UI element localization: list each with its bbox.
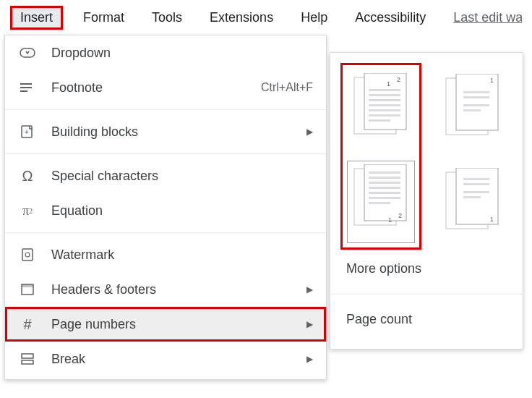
svg-text:1: 1 xyxy=(387,80,390,88)
svg-rect-45 xyxy=(463,191,489,193)
svg-rect-1 xyxy=(20,83,32,85)
page-numbers-submenu: 2 1 xyxy=(330,52,523,350)
svg-rect-16 xyxy=(369,89,400,91)
svg-rect-18 xyxy=(369,99,400,101)
dropdown-capsule-icon xyxy=(18,48,37,58)
menu-item-building-blocks[interactable]: + Building blocks ▶ xyxy=(5,114,326,149)
page-number-option-header-single[interactable]: 1 xyxy=(439,70,507,153)
svg-rect-29 xyxy=(369,192,400,194)
break-icon xyxy=(18,352,37,365)
chevron-right-icon: ▶ xyxy=(306,354,313,364)
svg-rect-22 xyxy=(369,119,390,122)
svg-text:1: 1 xyxy=(490,216,494,223)
omega-icon: Ω xyxy=(18,168,37,185)
menu-item-headers-footers[interactable]: Headers & footers ▶ xyxy=(5,272,326,307)
footnote-icon xyxy=(18,82,37,93)
svg-rect-19 xyxy=(369,104,400,106)
svg-rect-40 xyxy=(463,109,481,111)
svg-rect-28 xyxy=(369,187,400,189)
menu-divider xyxy=(5,232,326,233)
chevron-right-icon: ▶ xyxy=(306,284,313,295)
svg-rect-25 xyxy=(369,172,400,174)
watermark-icon xyxy=(18,247,37,262)
svg-rect-30 xyxy=(369,197,400,199)
menu-label: Headers & footers xyxy=(51,282,298,297)
menu-label: Watermark xyxy=(51,247,313,263)
menu-item-watermark[interactable]: Watermark xyxy=(5,237,326,272)
menu-item-break[interactable]: Break ▶ xyxy=(5,342,326,376)
menubar-format[interactable]: Format xyxy=(76,6,132,30)
svg-text:+: + xyxy=(25,128,29,136)
svg-rect-3 xyxy=(20,90,27,92)
svg-rect-39 xyxy=(463,104,489,106)
menu-item-equation[interactable]: π2 Equation xyxy=(5,193,326,228)
menubar: Insert Format Tools Extensions Help Acce… xyxy=(0,0,532,35)
submenu-divider xyxy=(330,294,523,295)
menu-label: Special characters xyxy=(51,169,313,184)
menubar-help[interactable]: Help xyxy=(293,6,335,30)
svg-point-7 xyxy=(25,253,30,257)
submenu-more-options[interactable]: More options xyxy=(340,250,512,288)
menu-label: Footnote xyxy=(51,80,261,96)
menubar-accessibility[interactable]: Accessibility xyxy=(348,6,433,30)
pi-icon: π2 xyxy=(18,203,37,219)
insert-menu: Dropdown Footnote Ctrl+Alt+F + Building … xyxy=(4,35,327,380)
chevron-right-icon: ▶ xyxy=(306,127,313,137)
svg-rect-44 xyxy=(463,183,489,185)
menu-label: Dropdown xyxy=(51,46,313,61)
menu-label: Equation xyxy=(51,203,313,219)
menu-divider xyxy=(5,109,326,110)
svg-rect-17 xyxy=(369,94,400,96)
submenu-page-count[interactable]: Page count xyxy=(340,300,512,339)
svg-rect-21 xyxy=(369,114,400,117)
svg-rect-26 xyxy=(369,177,400,179)
svg-rect-10 xyxy=(22,354,33,358)
svg-rect-46 xyxy=(463,196,481,198)
menu-divider xyxy=(5,153,326,154)
menu-shortcut: Ctrl+Alt+F xyxy=(261,81,313,94)
chevron-right-icon: ▶ xyxy=(306,319,313,329)
svg-rect-43 xyxy=(463,178,489,180)
svg-text:2: 2 xyxy=(397,76,400,83)
menubar-extensions[interactable]: Extensions xyxy=(202,6,280,30)
svg-rect-6 xyxy=(22,249,33,261)
svg-rect-11 xyxy=(22,360,33,364)
headers-footers-icon xyxy=(18,283,37,296)
building-blocks-icon: + xyxy=(18,124,37,139)
svg-text:1: 1 xyxy=(490,77,494,84)
menu-label: Break xyxy=(51,352,298,367)
svg-rect-37 xyxy=(463,91,489,93)
svg-rect-27 xyxy=(369,182,400,184)
hash-icon: # xyxy=(18,316,37,333)
svg-rect-31 xyxy=(369,202,390,204)
menu-item-special-characters[interactable]: Ω Special characters xyxy=(5,158,326,193)
menu-label: Page numbers xyxy=(51,317,298,332)
menu-item-page-numbers[interactable]: # Page numbers ▶ xyxy=(5,307,326,342)
menu-item-dropdown[interactable]: Dropdown xyxy=(5,35,326,70)
svg-text:2: 2 xyxy=(398,212,402,219)
menubar-insert[interactable]: Insert xyxy=(10,6,63,30)
page-number-option-footer-single[interactable]: 1 xyxy=(439,164,507,247)
page-number-option-header-stacked[interactable]: 2 1 xyxy=(347,69,415,152)
menu-label: Building blocks xyxy=(51,124,298,140)
svg-rect-9 xyxy=(22,284,33,287)
menu-item-footnote[interactable]: Footnote Ctrl+Alt+F xyxy=(5,70,326,105)
page-number-option-footer-stacked[interactable]: 2 1 xyxy=(347,161,415,243)
last-edit-link[interactable]: Last edit was 3 xyxy=(446,6,522,30)
svg-rect-38 xyxy=(463,96,489,98)
menubar-tools[interactable]: Tools xyxy=(145,6,189,30)
svg-rect-2 xyxy=(20,87,32,88)
svg-rect-20 xyxy=(369,109,400,111)
svg-text:1: 1 xyxy=(388,216,392,224)
